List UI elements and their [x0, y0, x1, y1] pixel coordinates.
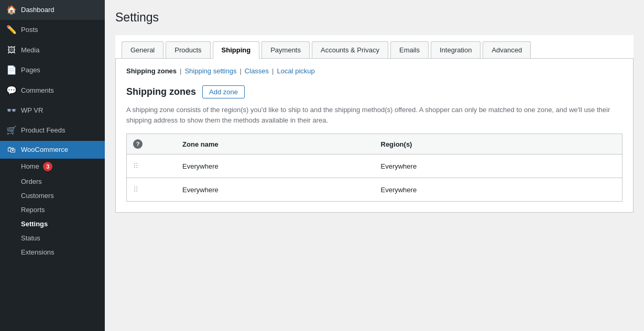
th-zone-name: Zone name: [176, 134, 374, 155]
sidebar-item-comments[interactable]: 💬 Comments: [0, 81, 105, 101]
table-header-row: ? Zone name Region(s): [127, 134, 623, 155]
drag-handle-icon[interactable]: ⠿: [133, 185, 137, 194]
sidebar-item-pages[interactable]: 📄 Pages: [0, 60, 105, 80]
sidebar-item-label: Posts: [21, 25, 38, 35]
sidebar-item-status[interactable]: Status: [0, 231, 105, 245]
sidebar-item-posts[interactable]: ✏️ Posts: [0, 20, 105, 40]
shipping-zones-table: ? Zone name Region(s) ⠿ Everywhere Every…: [126, 134, 623, 202]
sidebar-item-customers[interactable]: Customers: [0, 189, 105, 203]
extensions-label: Extensions: [21, 248, 54, 256]
subnav-sep-1: |: [180, 67, 181, 75]
zone-name-cell: Everywhere: [176, 155, 374, 178]
settings-label: Settings: [21, 220, 48, 228]
sidebar-item-settings[interactable]: Settings: [0, 217, 105, 231]
dashboard-icon: 🏠: [6, 4, 17, 16]
sidebar-item-dashboard[interactable]: 🏠 Dashboard: [0, 0, 105, 20]
sidebar-item-label: WP VR: [21, 106, 43, 115]
settings-content: Shipping zones | Shipping settings | Cla…: [115, 59, 634, 213]
subnav-sep-2: |: [239, 67, 241, 75]
subnav-sep-3: |: [272, 67, 274, 75]
tab-products[interactable]: Products: [166, 41, 210, 58]
table-row[interactable]: ⠿ Everywhere Everywhere: [127, 155, 623, 178]
sidebar-item-label: Pages: [21, 65, 40, 75]
posts-icon: ✏️: [6, 24, 17, 36]
sidebar: 🏠 Dashboard ✏️ Posts 🖼 Media 📄 Pages 💬 C…: [0, 0, 105, 331]
comments-icon: 💬: [6, 85, 17, 96]
zone-name-cell: Everywhere: [176, 178, 374, 202]
shipping-zones-header: Shipping zones Add zone: [126, 85, 623, 98]
regions-cell: Everywhere: [375, 178, 623, 202]
table-row[interactable]: ⠿ Everywhere Everywhere: [127, 178, 623, 202]
tab-advanced[interactable]: Advanced: [483, 41, 531, 58]
sidebar-item-media[interactable]: 🖼 Media: [0, 40, 105, 60]
tab-payments[interactable]: Payments: [261, 41, 310, 58]
sidebar-item-label: Media: [21, 46, 39, 55]
th-regions: Region(s): [375, 134, 623, 155]
help-icon[interactable]: ?: [133, 139, 143, 149]
subnav-shipping-zones[interactable]: Shipping zones: [126, 67, 177, 75]
shipping-sub-nav: Shipping zones | Shipping settings | Cla…: [126, 67, 623, 75]
sidebar-item-label: Product Feeds: [21, 126, 66, 135]
subnav-shipping-settings[interactable]: Shipping settings: [184, 67, 236, 75]
sidebar-item-reports[interactable]: Reports: [0, 203, 105, 217]
orders-label: Orders: [21, 178, 42, 185]
add-zone-button[interactable]: Add zone: [202, 85, 245, 98]
settings-tabs: General Products Shipping Payments Accou…: [115, 35, 634, 59]
sidebar-item-orders[interactable]: Orders: [0, 174, 105, 189]
th-question: ?: [127, 134, 177, 155]
customers-label: Customers: [21, 192, 54, 200]
woocommerce-submenu: Home 3 Orders Customers Reports Settings…: [0, 159, 105, 259]
shipping-zones-title: Shipping zones: [126, 86, 196, 97]
main-content: Settings General Products Shipping Payme…: [105, 0, 644, 331]
sidebar-woocommerce[interactable]: 🛍 WooCommerce: [0, 141, 105, 159]
tab-integration[interactable]: Integration: [431, 41, 481, 58]
home-badge: 3: [43, 162, 52, 171]
woocommerce-label: WooCommerce: [21, 146, 68, 153]
product-feeds-icon: 🛒: [6, 125, 17, 136]
subnav-local-pickup[interactable]: Local pickup: [277, 67, 315, 75]
wp-vr-icon: 👓: [6, 105, 17, 116]
sidebar-item-wp-vr[interactable]: 👓 WP VR: [0, 101, 105, 120]
reports-label: Reports: [21, 206, 45, 214]
status-label: Status: [21, 234, 40, 242]
woocommerce-icon: 🛍: [6, 145, 17, 155]
sidebar-item-product-feeds[interactable]: 🛒 Product Feeds: [0, 120, 105, 140]
tab-emails[interactable]: Emails: [390, 41, 429, 58]
regions-cell: Everywhere: [375, 155, 623, 178]
shipping-zones-description: A shipping zone consists of the region(s…: [126, 105, 623, 125]
home-label: Home: [21, 162, 39, 170]
drag-handle-icon[interactable]: ⠿: [133, 162, 137, 170]
subnav-classes[interactable]: Classes: [245, 67, 269, 75]
tab-general[interactable]: General: [122, 41, 163, 58]
drag-handle-cell: ⠿: [127, 178, 177, 202]
media-icon: 🖼: [6, 45, 17, 56]
tab-accounts-privacy[interactable]: Accounts & Privacy: [312, 41, 388, 58]
tab-shipping[interactable]: Shipping: [213, 41, 260, 59]
pages-icon: 📄: [6, 64, 17, 76]
sidebar-item-label: Comments: [21, 86, 54, 95]
drag-handle-cell: ⠿: [127, 155, 177, 178]
sidebar-item-label: Dashboard: [21, 5, 54, 15]
sidebar-item-home[interactable]: Home 3: [0, 159, 105, 174]
page-title: Settings: [115, 10, 634, 25]
sidebar-item-extensions[interactable]: Extensions: [0, 245, 105, 259]
